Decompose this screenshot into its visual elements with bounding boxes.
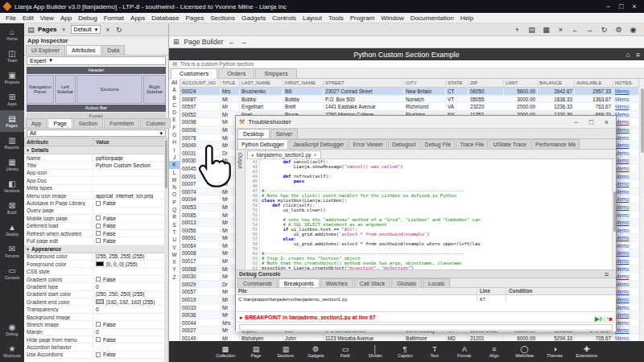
troubleshooter-minimize-button[interactable]: −	[570, 118, 582, 126]
tool-field[interactable]: ▭Field	[336, 345, 355, 358]
menu-item-program[interactable]: Program	[347, 14, 378, 22]
tool-collection[interactable]: ▦Collection	[215, 345, 236, 358]
memo-link[interactable]: Memo	[615, 119, 630, 125]
attribute-row[interactable]: Accordion behavior	[24, 343, 168, 351]
checkbox-icon[interactable]	[96, 322, 101, 327]
attribute-row[interactable]: Margin0	[24, 329, 168, 336]
sidebar-item-console[interactable]: ▭Console	[0, 262, 24, 284]
menu-item-pages[interactable]: Pages	[183, 14, 208, 22]
menu-item-layout[interactable]: Layout	[299, 14, 325, 22]
debug-tab-error-viewer[interactable]: Error Viewer	[349, 139, 387, 149]
attribute-row[interactable]: CSS style	[24, 268, 168, 275]
menu-item-window[interactable]: Window	[378, 14, 407, 22]
target-tab-desktop[interactable]: Desktop	[237, 129, 270, 138]
mode-dropdown[interactable]: Expert ▾	[27, 56, 166, 65]
menu-item-view[interactable]: View	[37, 14, 57, 22]
attribute-row[interactable]: Query page	[24, 208, 168, 215]
tool-themes[interactable]: ◑Themes	[545, 345, 564, 358]
memo-link[interactable]: Memo	[615, 228, 630, 233]
sidebar-item-apps[interactable]: ⊞Apps	[0, 88, 24, 110]
tool-align[interactable]: ≡Align	[485, 345, 504, 358]
attribute-row[interactable]: Stretch imageFalse	[24, 321, 168, 328]
table-row[interactable]: 00087MrBobbyBobbyP.O. Box 500NorwichVT05…	[180, 96, 644, 104]
memo-link[interactable]: Memo	[615, 142, 630, 148]
column-header-available[interactable]: AVAILABLE	[575, 79, 613, 87]
table-row[interactable]: 00597MrEngelhartBrett1441 Eastlake Avenu…	[180, 103, 644, 111]
attribute-row[interactable]: Hide page from menuFalse	[24, 336, 168, 343]
menu-item-gadgets[interactable]: Gadgets	[238, 14, 269, 22]
console-tab-watches[interactable]: Watches	[320, 278, 353, 287]
memo-link[interactable]: Memo	[615, 250, 630, 256]
sidebar-item-reports[interactable]: ▥Reports	[0, 132, 24, 154]
page-select-dropdown[interactable]: Default ▾	[71, 25, 101, 34]
color-swatch[interactable]	[96, 299, 104, 304]
sidebar-item-home[interactable]: ⌂Home	[0, 23, 24, 45]
tool-text[interactable]: TText	[425, 345, 444, 358]
attributes-scrollbar[interactable]	[164, 138, 168, 362]
listbox-item-w[interactable]: W	[169, 251, 180, 258]
sidebar-item-debug[interactable]: ◉Debug	[0, 319, 24, 340]
menu-item-file[interactable]: File	[2, 14, 19, 22]
attribute-row[interactable]: Menu icon imageapp/cat_internet_icn.png	[24, 192, 168, 200]
tool-page[interactable]: ▤Page	[246, 345, 266, 358]
listbox-item-y[interactable]: Y	[169, 265, 180, 273]
refresh-pages-icon[interactable]: ↻	[114, 26, 123, 34]
listbox-item-m[interactable]: M	[169, 176, 180, 183]
listbox-item-a[interactable]: A	[169, 86, 180, 93]
attribute-row[interactable]: Full page editFalse	[24, 237, 168, 245]
scope-tab-page[interactable]: Page	[47, 118, 72, 128]
listbox-item-c[interactable]: C	[169, 101, 180, 109]
attribute-row[interactable]: TitlePython Custom Section	[24, 162, 168, 169]
menu-item-format[interactable]: Format	[101, 14, 127, 22]
table-row[interactable]: 00024MrsBrushenkoBill23027 Conrad Street…	[180, 88, 644, 96]
debug-command-input[interactable]	[239, 324, 613, 331]
checkbox-icon[interactable]	[96, 277, 101, 282]
scope-tab-section[interactable]: Section	[73, 118, 103, 128]
home-icon[interactable]: ⌂	[625, 51, 630, 59]
breakpoint-row[interactable]: C:\lianja\apps\lianjademo\lianjademo_sec…	[236, 295, 616, 302]
target-tab-server[interactable]: Server	[270, 129, 299, 138]
listbox-item-d[interactable]: D	[169, 109, 180, 116]
console-tab-breakpoints[interactable]: Breakpoints	[279, 278, 320, 287]
back-arrow-icon[interactable]: ←	[228, 38, 235, 46]
attribute-row[interactable]: Deferred loadFalse	[24, 223, 168, 230]
tool-extensions[interactable]: ✚Extensions	[575, 345, 598, 358]
tab-orders[interactable]: Orders	[218, 68, 254, 78]
debug-tab-trace-file[interactable]: Trace File	[456, 139, 488, 149]
delete-page-icon[interactable]: ×	[556, 26, 565, 34]
menu-item-sections[interactable]: Sections	[207, 14, 238, 22]
column-header-first-name[interactable]: FIRST_NAME	[283, 79, 324, 87]
memo-link[interactable]: Memo	[615, 181, 630, 187]
inspector-tab-ui-explorer[interactable]: UI Explorer	[26, 45, 65, 55]
memo-link[interactable]: Memo	[615, 274, 630, 279]
column-header-zip[interactable]: ZIP	[469, 79, 504, 87]
attribute-row[interactable]: Transparency0	[24, 306, 168, 313]
column-header-balance[interactable]: BALANCE	[538, 79, 575, 87]
checkbox-icon[interactable]	[96, 337, 101, 342]
listbox-item-b[interactable]: B	[169, 94, 180, 101]
tool-webview[interactable]: ◯WebView	[514, 345, 535, 358]
memo-link[interactable]: Memo	[615, 297, 630, 302]
checkbox-icon[interactable]	[96, 238, 101, 243]
color-swatch[interactable]	[96, 261, 104, 266]
memo-link[interactable]: Memo	[615, 320, 630, 326]
listbox-item-x[interactable]: X	[169, 258, 180, 265]
memo-link[interactable]: Memo	[615, 158, 630, 163]
memo-link[interactable]: Memo	[615, 166, 630, 171]
save-page-icon[interactable]: ▦	[542, 26, 551, 34]
column-header-notes[interactable]: NOTES	[613, 79, 639, 87]
menu-item-apps[interactable]: Apps	[127, 14, 148, 22]
attribute-filter-dropdown[interactable]: All ▾	[27, 130, 166, 137]
debug-tab-javascript-debugger[interactable]: JavaScript Debugger	[289, 139, 348, 149]
column-header-street[interactable]: STREET	[324, 79, 404, 87]
column-header-city[interactable]: CITY	[404, 79, 446, 87]
menu-item-controls[interactable]: Controls	[269, 14, 299, 22]
listbox-item-g[interactable]: G	[169, 131, 180, 138]
column-header-limit[interactable]: LIMIT	[504, 79, 538, 87]
troubleshooter-close-button[interactable]: ×	[601, 118, 613, 126]
memo-link[interactable]: Memo	[615, 135, 630, 141]
attribute-row[interactable]: App icon	[24, 170, 168, 177]
memo-link[interactable]: Memo	[615, 289, 630, 294]
debug-tab-debug-file[interactable]: Debug File	[421, 139, 456, 149]
memo-link[interactable]: Memo	[615, 312, 630, 318]
